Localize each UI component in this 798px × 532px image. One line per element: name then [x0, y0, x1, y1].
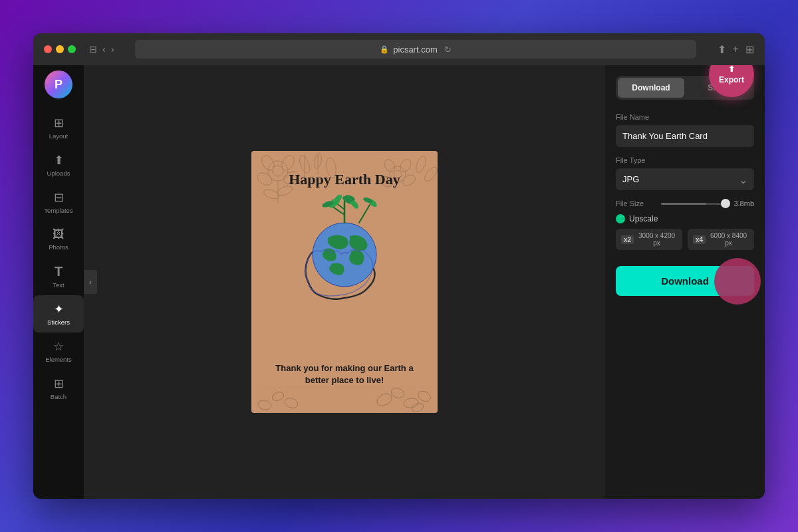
photos-icon: 🖼	[53, 227, 65, 241]
refresh-icon: ↻	[444, 45, 452, 55]
back-icon[interactable]: ‹	[102, 44, 106, 55]
svg-point-38	[416, 389, 432, 404]
file-size-value: 3.8mb	[731, 200, 754, 207]
svg-point-37	[403, 397, 419, 409]
minimize-button[interactable]	[56, 45, 64, 53]
panel-toggle-button[interactable]: ›	[84, 270, 97, 294]
earth-card: Happy Earth Day	[251, 151, 438, 413]
address-bar[interactable]: 🔒 picsart.com ↻	[135, 40, 696, 59]
export-label: Export	[719, 75, 744, 84]
logo-letter: P	[55, 78, 63, 92]
browser-controls: ⊟ ‹ ›	[89, 44, 114, 55]
sidebar-label-uploads: Uploads	[47, 170, 70, 177]
svg-point-21	[422, 165, 438, 184]
share-icon[interactable]: ⬆	[718, 43, 726, 56]
download-circle-decoration	[714, 258, 761, 305]
card-illustration	[271, 195, 418, 311]
file-size-row: File Size 3.8mb	[616, 200, 754, 207]
new-tab-icon[interactable]: +	[733, 43, 739, 56]
uploads-icon: ⬆	[54, 153, 64, 168]
app-content: P ⊞ Layout ⬆ Uploads ⊟ Templates 🖼 Photo…	[33, 65, 765, 499]
batch-icon: ⊞	[54, 376, 64, 391]
svg-point-41	[271, 390, 285, 402]
sidebar-item-templates[interactable]: ⊟ Templates	[33, 184, 84, 221]
upscale-x2-button[interactable]: x2 3000 x 4200 px	[616, 229, 682, 250]
grid-icon[interactable]: ⊞	[745, 43, 754, 56]
svg-point-18	[401, 173, 417, 188]
sidebar-label-text: Text	[53, 281, 64, 289]
right-panel: ⬆ Export Download Share File Name File T…	[605, 65, 765, 499]
canvas-area: ›	[84, 65, 605, 499]
sidebar-label-layout: Layout	[49, 132, 68, 140]
left-sidebar: P ⊞ Layout ⬆ Uploads ⊟ Templates 🖼 Photo…	[33, 65, 84, 499]
svg-point-40	[283, 396, 299, 410]
export-icon: ⬆	[728, 65, 735, 74]
download-tab[interactable]: Download	[618, 78, 684, 98]
sidebar-item-photos[interactable]: 🖼 Photos	[33, 221, 84, 257]
upscale-indicator	[616, 214, 625, 223]
templates-icon: ⊟	[54, 190, 64, 205]
svg-point-5	[255, 170, 275, 188]
sidebar-label-batch: Batch	[51, 393, 66, 400]
upscale-x2-resolution: 3000 x 4200 px	[636, 232, 677, 247]
upscale-x2-badge: x2	[621, 235, 634, 244]
upscale-x4-badge: x4	[693, 235, 706, 244]
sidebar-label-elements: Elements	[45, 356, 72, 363]
svg-point-22	[313, 223, 376, 287]
sidebar-label-templates: Templates	[44, 207, 72, 214]
file-size-label: File Size	[616, 200, 656, 207]
svg-point-2	[259, 154, 277, 173]
sidebar-item-elements[interactable]: ☆ Elements	[33, 332, 84, 370]
maximize-button[interactable]	[68, 45, 76, 53]
sidebar-item-uploads[interactable]: ⬆ Uploads	[33, 146, 84, 184]
card-title: Happy Earth Day	[289, 171, 400, 188]
file-size-slider-track[interactable]	[661, 203, 726, 205]
card-message: Thank you for making our Earth a better …	[265, 362, 424, 386]
file-type-select[interactable]: JPG PNG PDF WEBP	[616, 168, 754, 190]
elements-icon: ☆	[53, 339, 64, 354]
sidebar-item-stickers[interactable]: ✦ Stickers	[33, 295, 84, 332]
traffic-lights	[44, 45, 76, 53]
upscale-label: Upscale	[629, 214, 658, 223]
browser-actions: ⬆ + ⊞	[718, 43, 754, 56]
upscale-row: Upscale	[616, 214, 754, 223]
slider-thumb	[721, 199, 730, 208]
file-type-wrapper: JPG PNG PDF WEBP	[616, 168, 754, 190]
sidebar-item-batch[interactable]: ⊞ Batch	[33, 370, 84, 407]
sidebar-label-stickers: Stickers	[47, 319, 70, 326]
file-type-label: File Type	[616, 156, 754, 164]
svg-point-42	[257, 399, 272, 410]
upscale-x4-resolution: 6000 x 8400 px	[708, 232, 749, 247]
sidebar-item-text[interactable]: T Text	[33, 257, 84, 295]
file-name-input[interactable]	[616, 125, 754, 147]
download-section: Download	[616, 266, 754, 296]
svg-point-36	[390, 386, 406, 400]
sidebar-label-photos: Photos	[49, 243, 68, 251]
forward-icon[interactable]: ›	[111, 44, 114, 55]
svg-point-3	[279, 154, 297, 173]
text-icon: T	[55, 264, 63, 279]
lock-icon: 🔒	[380, 45, 389, 54]
svg-line-32	[359, 205, 370, 223]
layout-icon: ⊞	[54, 116, 64, 130]
stickers-icon: ✦	[54, 302, 64, 317]
sidebar-item-layout[interactable]: ⊞ Layout	[33, 109, 84, 146]
close-button[interactable]	[44, 45, 52, 53]
svg-point-20	[414, 155, 428, 174]
upscale-options: x2 3000 x 4200 px x4 6000 x 8400 px	[616, 229, 754, 250]
svg-point-35	[375, 391, 394, 408]
sidebar-toggle-icon[interactable]: ⊟	[89, 44, 97, 55]
picsart-logo: P	[45, 70, 72, 98]
url-text: picsart.com	[393, 45, 437, 55]
browser-window: ⊟ ‹ › 🔒 picsart.com ↻ ⬆ + ⊞ P ⊞ Layout	[33, 33, 765, 499]
slider-fill	[661, 203, 706, 205]
browser-chrome: ⊟ ‹ › 🔒 picsart.com ↻ ⬆ + ⊞	[33, 33, 765, 65]
upscale-x4-button[interactable]: x4 6000 x 8400 px	[688, 229, 754, 250]
file-name-label: File Name	[616, 113, 754, 121]
svg-point-1	[273, 166, 283, 176]
